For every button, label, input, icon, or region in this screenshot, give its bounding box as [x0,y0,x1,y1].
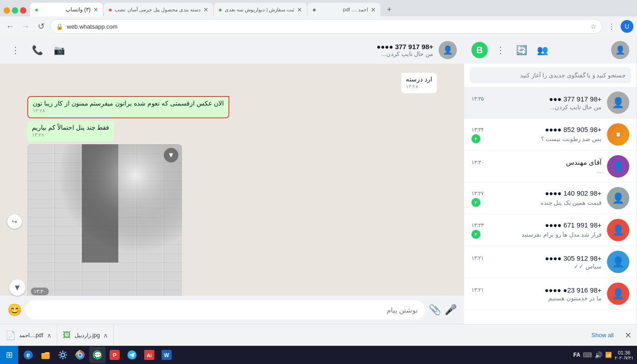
taskbar-wa[interactable]: 💬 [89,347,106,363]
network-icon[interactable]: 📶 [605,352,612,358]
volume-icon[interactable]: 🔊 [595,351,602,359]
contact-status: من حال تایپ کردن... [73,51,433,57]
taskbar-telegram[interactable] [124,347,140,363]
user-account[interactable]: U [621,20,633,33]
tab-panel[interactable]: ● دسته بندی محصول پنل جرمی آسان نصب ✕ [104,3,213,16]
pdf-expand-icon[interactable]: ∧ [47,332,51,339]
chat-item-4[interactable]: 👤 +98 902 140 ●●●● ۱۳:۲۷ قیمت همین یک پن… [464,182,637,214]
show-all-button[interactable]: Show all [586,332,619,339]
sidebar-status-icon[interactable]: 🔄 [513,42,530,58]
win-close[interactable] [20,7,26,14]
header-menu-icon[interactable]: ⋮ [7,42,24,58]
address-bar[interactable]: 🔒 web.whatsapp.com ☆ [50,19,602,34]
chat-item-2[interactable]: 📋 +98 905 852 ●●●● ۱۳:۳۴ پس ضد رطوبت نیس… [464,119,637,151]
wa-logo: B [471,42,488,58]
avatar-6: 👤 [607,251,629,273]
msg-outgoing-highlighted: الان عکس ازقسمتی که تعوم شده براتون میفر… [27,96,229,118]
start-button[interactable]: ⊞ [0,346,18,364]
tab-favicon-whatsapp: ● [35,6,38,13]
sidebar-header: 👤 👥 🔄 ⋮ B [464,36,637,64]
svg-point-22 [62,358,64,359]
chat-item-3[interactable]: 👤 آقای مهندس ۱۳:۳۰ ... [464,151,637,182]
attach-button[interactable]: 📎 [429,304,441,316]
address-text: web.whatsapp.com [67,23,587,30]
chat-list: 👤 +98 917 377 ●●● ۱۳:۳۵ من حال تایپ کردن… [464,87,637,324]
svg-point-21 [62,351,64,352]
msg-time-outgoing-1: ۱۳:۲۸ [33,108,224,114]
message-input[interactable] [25,300,425,319]
tab-close-panel[interactable]: ✕ [203,6,208,13]
scroll-down-button[interactable]: ▼ [9,279,25,296]
tab-whatsapp[interactable]: ● (۳) واتساپ ✕ [30,3,103,16]
image-download-btn[interactable]: ▼ [164,148,178,162]
svg-point-27 [65,352,66,353]
my-avatar[interactable]: 👤 [611,41,629,59]
nav-back[interactable]: ← [4,20,16,33]
wa-main: 👤 +98 917 377 ●●●● من حال تایپ کردن... 📷… [0,36,464,324]
header-video-icon[interactable]: 📷 [51,42,67,58]
new-tab-button[interactable]: + [382,3,396,16]
sidebar-menu-icon[interactable]: ⋮ [492,42,509,58]
chat-preview-2: پس ضد رطوبت نیست ؟ [541,136,602,142]
svg-text:W: W [164,352,169,359]
nav-refresh[interactable]: ↺ [35,20,47,33]
contact-avatar[interactable]: 👤 [439,41,457,59]
tab-close-pdf[interactable]: ✕ [371,6,376,13]
win-minimize[interactable] [4,7,10,14]
jpg-filename: زاردبیل.jpg [75,332,100,339]
chat-item-5[interactable]: 👤 +98 991 671 ●●●● ۱۳:۲۳ قرار شد مدل ها … [464,214,637,246]
image-timestamp: ۱۳:۳۰ [31,288,49,295]
tab-close-order[interactable]: ✕ [297,6,302,13]
taskbar-ie[interactable]: e [20,347,36,363]
emoji-button[interactable]: 😊 [7,303,22,317]
tab-pdf[interactable]: ● احمد .... pdf ✕ [308,3,380,16]
download-item-pdf[interactable]: 📄 احمد....pdf ∧ [0,324,57,346]
wall-image: ۱۳:۳۰ [27,144,182,296]
chat-item-7[interactable]: 👤 +98 916 23● ●●●● ۱۳:۲۱ ما در خدمتتون ه… [464,278,637,310]
sidebar-communities-icon[interactable]: 👥 [534,42,551,58]
download-bar-close[interactable]: ✕ [619,330,637,340]
win-maximize[interactable] [12,7,18,14]
taskbar-folder[interactable] [37,347,54,363]
msg-image-container: ▼ ↪ [27,144,182,296]
tab-close-whatsapp[interactable]: ✕ [93,6,98,13]
msg-outgoing-plain: فقط چند پنل احتمالاً کم بیاریم ۱۳:۲۸ [27,121,114,142]
chat-item-1[interactable]: 👤 +98 917 377 ●●● ۱۳:۳۵ من حال تایپ کردن… [464,87,637,119]
browser-chrome: ● (۳) واتساپ ✕ ● دسته بندی محصول پنل جرم… [0,0,637,36]
taskbar-word[interactable]: W [158,347,175,363]
taskbar-date: ۲۰۲۰/۷/۲۱ [615,355,633,360]
avatar-5: 👤 [607,219,629,241]
download-item-jpg[interactable]: 🖼 زاردبیل.jpg ∧ [57,324,114,346]
svg-point-20 [61,353,65,357]
chat-time-1: ۱۳:۳۵ [471,96,484,102]
avatar-4: 👤 [607,187,629,209]
msg-text-incoming-1: ارد درسته [406,76,432,83]
chrome-menu[interactable]: ⋮ [605,20,618,33]
taskbar-right-area: FA ⌨ 🔊 📶 01:36 ۲۰۲۰/۷/۲۱ [570,350,637,360]
svg-point-24 [66,354,67,356]
tab-bar: ● (۳) واتساپ ✕ ● دسته بندی محصول پنل جرم… [0,0,637,16]
image-forward-btn[interactable]: ↪ [7,214,22,229]
svg-rect-16 [27,144,182,296]
address-bar-row: ← → ↺ 🔒 web.whatsapp.com ☆ ⋮ U [0,16,637,36]
taskbar-chrome[interactable] [72,347,88,363]
messages-area: ارد درسته ۱۳:۲۸ الان عکس ازقسمتی که تعوم… [0,64,464,296]
svg-point-25 [60,352,61,353]
avatar-3: 👤 [607,155,629,177]
tab-order[interactable]: ● ثبت سفارش | دیواریوش سه بعدی ✕ [214,3,307,16]
nav-forward[interactable]: → [19,20,32,33]
whatsapp-app: 👤 👥 🔄 ⋮ B 👤 +98 917 377 ●●● ۱۳:۳۵ [0,36,637,324]
search-input[interactable] [470,67,631,83]
chat-time-6: ۱۳:۲۱ [471,255,484,261]
chat-info-4: +98 902 140 ●●●● ۱۳:۲۷ قیمت همین یک پنل … [471,189,602,207]
msg-time-outgoing-2: ۱۳:۲۸ [32,132,109,138]
taskbar-settings[interactable] [55,347,71,363]
header-call-icon[interactable]: 📞 [29,42,46,58]
jpg-expand-icon[interactable]: ∧ [103,332,108,339]
chat-preview-7: ما در خدمتتون هستیم [548,295,602,302]
chat-item-6[interactable]: 👤 +98 912 305 ●●●● ۱۳:۲۱ سپاس ✓✓ [464,246,637,278]
mic-button[interactable]: 🎤 [445,304,457,316]
taskbar-pixlr[interactable]: P [106,347,123,363]
taskbar-acrobat[interactable]: Ai [141,347,157,363]
star-icon[interactable]: ☆ [591,23,597,30]
